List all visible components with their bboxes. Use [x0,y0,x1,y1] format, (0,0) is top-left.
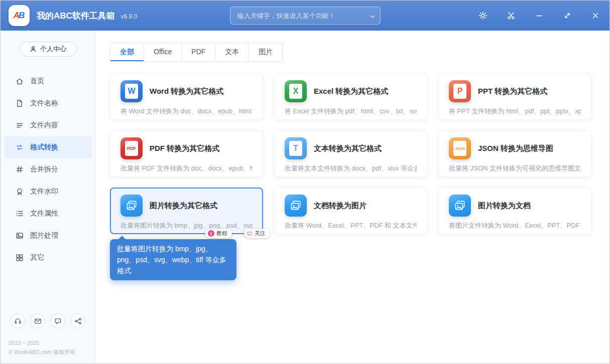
sidebar-item-image-process[interactable]: 图片处理 [5,225,91,247]
list-icon [16,210,24,218]
card-tooltip: 批量将图片转换为 bmp、jpg、png、psd、svg、webp、tiff 等… [110,239,236,280]
tutorial-badge[interactable]: 教程 [205,229,232,238]
sidebar-item-file-name[interactable]: 文件名称 [5,92,91,114]
text-tool-icon: T [285,137,307,159]
sidebar-item-other[interactable]: 其它 [5,247,91,269]
category-tabs: 全部 Office PDF 文本 图片 [110,43,283,62]
card-desc: 批量将 JSON 文件转换为可视化的思维导图文件，在 [449,164,581,173]
card-desc: 将图片文件转换为 Word、Excel、PPT、PDF 文档格 [449,221,581,230]
resize-button[interactable] [553,1,581,31]
card-desc: 批量将 PDF 文件转换为 doc、docx、epub、html、p [120,164,253,173]
sidebar-item-label: 其它 [30,253,44,262]
sidebar-item-label: 格式转换 [30,143,58,152]
sidebar-item-merge-split[interactable]: 合并拆分 [5,158,91,180]
doc-to-image-tool-icon [285,195,307,217]
sidebar-item-label: 文件水印 [30,187,58,196]
tab-office[interactable]: Office [144,43,182,61]
minimize-icon [535,11,544,20]
file-icon [16,99,24,107]
sidebar-item-label: 文件内容 [30,121,58,130]
chevron-down-icon[interactable] [370,13,376,22]
follow-badge[interactable]: 关注 [244,229,270,238]
sidebar-item-home[interactable]: 首页 [5,70,91,92]
tool-card-word-convert[interactable]: W Word 转换为其它格式 将 Word 文件转换为 doc、docx、epu… [110,73,263,120]
pdf-glyph: PDF [127,146,136,151]
tab-image[interactable]: 图片 [249,43,282,61]
card-title: 图片转换为文档 [478,201,531,211]
convert-icon [16,143,24,151]
profile-center-button[interactable]: 个人中心 [20,42,77,57]
app-window: A B 我的ABC软件工具箱 v6.9.0 [0,0,610,364]
close-icon [591,11,600,20]
image-to-doc-tool-icon [449,195,471,217]
share-button[interactable] [70,313,85,328]
card-title: 图片转换为其它格式 [150,201,217,211]
logo-letter-b: B [19,11,25,21]
card-title: PDF 转换为其它格式 [150,144,219,153]
card-title: Word 转换为其它格式 [150,87,223,96]
profile-label: 个人中心 [40,45,66,54]
main-content: 全部 Office PDF 文本 图片 W Word 转换为其它格式 将 Wor… [96,31,609,363]
footer-copyright: © WodeABC.com 版权所有 [9,347,95,356]
app-title: 我的ABC软件工具箱 v6.9.0 [37,10,137,22]
tool-card-ppt-convert[interactable]: P PPT 转换为其它格式 将 PPT 文件转换为 html、pdf、ppt、p… [438,73,591,120]
sidebar-item-label: 首页 [30,77,44,86]
sidebar-item-label: 图片处理 [30,231,58,240]
card-title: 文档转换为图片 [314,201,367,211]
close-button[interactable] [581,1,609,31]
pdf-tool-icon: PDF [120,137,143,159]
tab-all[interactable]: 全部 [110,43,144,61]
tutorial-badge-label: 教程 [216,230,227,237]
share-icon [74,317,82,325]
tool-card-doc-to-image[interactable]: 文档转换为图片 批量将 Word、Excel、PPT、PDF 和 文本文件转换为 [274,188,427,234]
tool-card-pdf-convert[interactable]: PDF PDF 转换为其它格式 批量将 PDF 文件转换为 doc、docx、e… [110,130,263,177]
sidebar-menu: 首页 文件名称 文件内容 格式转换 合并拆分 [1,70,95,269]
card-desc: 将 Excel 文件转换为 pdf、html、csv、txt、svg 等众 [285,107,417,116]
tool-card-image-to-doc[interactable]: 图片转换为文档 将图片文件转换为 Word、Excel、PPT、PDF 文档格 [438,188,591,234]
watermark-icon [16,188,24,196]
sidebar-item-watermark[interactable]: 文件水印 [5,180,91,203]
tool-card-grid: W Word 转换为其它格式 将 Word 文件转换为 doc、docx、epu… [110,73,595,234]
card-desc: 批量将 Word、Excel、PPT、PDF 和 文本文件转换为 [285,221,417,230]
app-version: v6.9.0 [121,13,138,20]
excel-glyph: X [293,87,299,96]
sidebar-item-format-convert[interactable]: 格式转换 [5,136,91,158]
feedback-button[interactable] [50,313,65,328]
contact-mail-button[interactable] [30,313,45,328]
settings-button[interactable] [469,1,497,31]
sidebar-item-label: 合并拆分 [30,165,58,174]
tab-pdf[interactable]: PDF [182,43,215,61]
file-content-icon [16,121,24,129]
card-title: PPT 转换为其它格式 [478,87,547,96]
merge-split-icon [16,165,24,173]
photos-icon [289,199,302,212]
tab-text[interactable]: 文本 [215,43,249,61]
sidebar-item-file-props[interactable]: 文件属性 [5,203,91,225]
sidebar-item-label: 文件名称 [30,99,58,108]
scissors-button[interactable] [497,1,525,31]
sidebar-item-label: 文件属性 [30,209,58,218]
tool-card-excel-convert[interactable]: X Excel 转换为其它格式 将 Excel 文件转换为 pdf、html、c… [274,73,427,120]
app-logo: A B [9,5,30,26]
excel-tool-icon: X [285,80,307,102]
tool-card-json-mindmap[interactable]: JSON JSON 转换为思维导图 批量将 JSON 文件转换为可视化的思维导图… [438,130,591,177]
search-input[interactable] [230,7,381,25]
contact-row [1,313,95,328]
sidebar-item-file-content[interactable]: 文件内容 [5,114,91,136]
app-title-text: 我的ABC软件工具箱 [37,11,115,21]
json-tool-icon: JSON [449,137,471,159]
card-desc: 将 Word 文件转换为 doc、docx、epub、html、pdf [120,107,253,116]
mail-icon [34,317,42,325]
headset-icon [14,317,22,325]
tool-card-image-convert[interactable]: 图片转换为其它格式 批量将图片转换为 bmp、jpg、png、psd、svg、w… [110,188,263,234]
card-desc: 将 PPT 文件转换为 html、pdf、ppt、pptx、xps 等众 [449,107,581,116]
text-glyph: T [293,144,298,153]
image-icon [16,232,24,240]
word-glyph: W [128,87,135,96]
tool-card-text-convert[interactable]: T 文本转换为其它格式 批量将文本文件转换为 docx、pdf、xlsx 等众多… [274,130,427,177]
image-tool-icon [120,195,143,217]
footer-years: 2013 ~ 2021 [9,338,95,347]
contact-support-button[interactable] [10,313,25,328]
minimize-button[interactable] [525,1,553,31]
scissors-icon [507,11,516,20]
